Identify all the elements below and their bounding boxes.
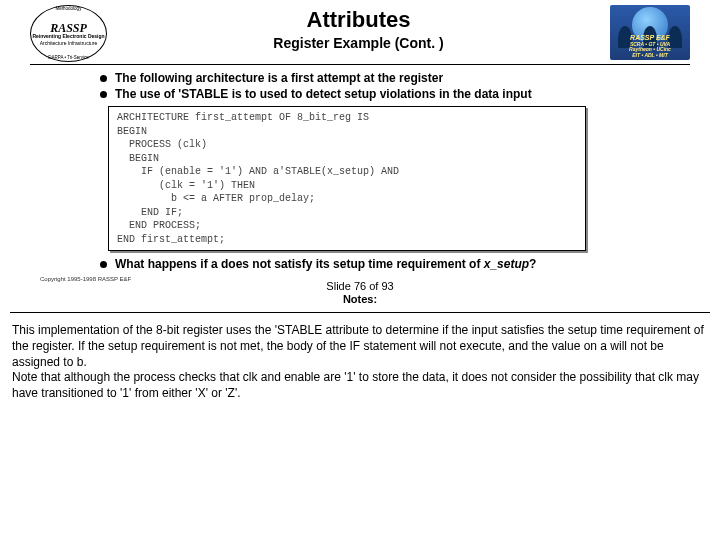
logo-sub2: Architecture Infrastructure (40, 41, 98, 46)
divider (10, 312, 710, 313)
logo-brand: RASSP (50, 22, 87, 34)
bullet-text-part: ? (529, 257, 536, 271)
bullet-text: The following architecture is a first at… (115, 71, 443, 86)
logo-sub1: Reinventing Electronic Design (32, 34, 104, 39)
title-block: Attributes Register Example (Cont. ) (117, 5, 600, 51)
slide-subtitle: Register Example (Cont. ) (117, 35, 600, 51)
logo-top-arch: Methodology (56, 7, 82, 12)
bullet-list: What happens if a does not satisfy its s… (100, 257, 570, 272)
slide-header: Methodology RASSP Reinventing Electronic… (30, 5, 690, 65)
speaker-notes: This implementation of the 8-bit registe… (12, 323, 708, 401)
rassp-badge: RASSP E&F SCRA • GT • UVA Raytheon • UCi… (610, 5, 690, 60)
code-block: ARCHITECTURE first_attempt OF 8_bit_reg … (108, 106, 586, 251)
bullet-dot-icon (100, 75, 107, 82)
slide-meta: Slide 76 of 93 Notes: (30, 280, 690, 306)
bullet-text-part: What happens if a does not satisfy its s… (115, 257, 484, 271)
logo-bot-arch: DARPA • Tri-Service (48, 56, 89, 61)
bullet-item: What happens if a does not satisfy its s… (100, 257, 570, 272)
bullet-dot-icon (100, 91, 107, 98)
rassp-logo: Methodology RASSP Reinventing Electronic… (30, 5, 107, 62)
slide-title: Attributes (117, 7, 600, 33)
badge-line: EIT • ADL • MIT (632, 52, 667, 58)
bullet-text: What happens if a does not satisfy its s… (115, 257, 536, 272)
slide: Methodology RASSP Reinventing Electronic… (30, 5, 690, 306)
bullet-item: The following architecture is a first at… (100, 71, 570, 86)
bullet-item: The use of 'STABLE is to used to detect … (100, 87, 570, 102)
bullet-text: The use of 'STABLE is to used to detect … (115, 87, 532, 102)
bullet-list: The following architecture is a first at… (100, 71, 570, 102)
bullet-text-emph: x_setup (484, 257, 529, 271)
badge-text: RASSP E&F SCRA • GT • UVA Raytheon • UCi… (610, 34, 690, 58)
bullet-dot-icon (100, 261, 107, 268)
notes-paragraph: This implementation of the 8-bit registe… (12, 323, 708, 370)
notes-paragraph: Note that although the process checks th… (12, 370, 708, 401)
notes-label: Notes: (30, 293, 690, 306)
copyright-text: Copyright 1995-1998 RASSP E&F (40, 276, 131, 282)
